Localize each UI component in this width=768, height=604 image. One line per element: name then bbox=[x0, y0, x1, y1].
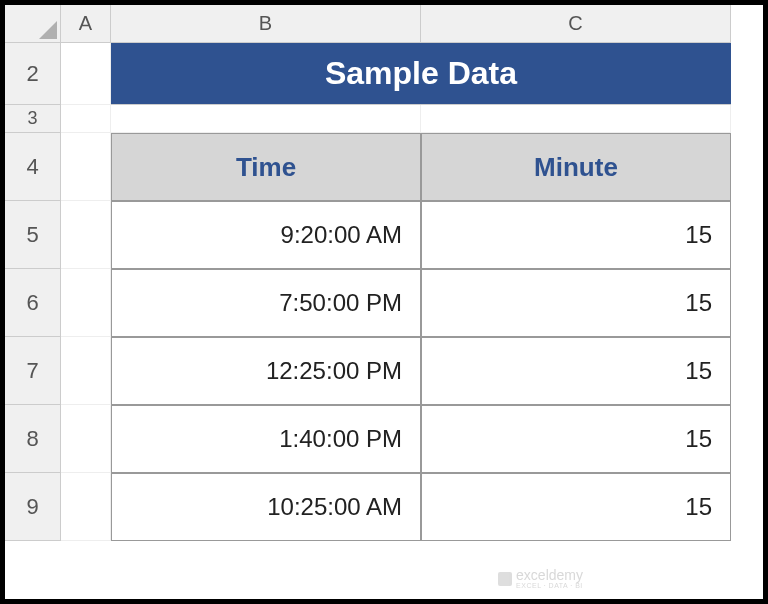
cell-a4[interactable] bbox=[61, 133, 111, 201]
cell-b8[interactable]: 1:40:00 PM bbox=[111, 405, 421, 473]
cell-b3[interactable] bbox=[111, 105, 421, 133]
cell-b9[interactable]: 10:25:00 AM bbox=[111, 473, 421, 541]
cell-c3[interactable] bbox=[421, 105, 731, 133]
cell-b6[interactable]: 7:50:00 PM bbox=[111, 269, 421, 337]
row-header-3[interactable]: 3 bbox=[5, 105, 61, 133]
row-header-8[interactable]: 8 bbox=[5, 405, 61, 473]
title-banner[interactable]: Sample Data bbox=[111, 43, 731, 105]
row-header-4[interactable]: 4 bbox=[5, 133, 61, 201]
cell-c5[interactable]: 15 bbox=[421, 201, 731, 269]
cell-c7[interactable]: 15 bbox=[421, 337, 731, 405]
cell-a3[interactable] bbox=[61, 105, 111, 133]
row-header-7[interactable]: 7 bbox=[5, 337, 61, 405]
cell-c8[interactable]: 15 bbox=[421, 405, 731, 473]
cell-c6[interactable]: 15 bbox=[421, 269, 731, 337]
cell-a5[interactable] bbox=[61, 201, 111, 269]
spreadsheet-grid: A B C 2 Sample Data 3 4 Time Minute 5 9:… bbox=[5, 5, 763, 541]
watermark: exceldemy EXCEL · DATA · BI bbox=[498, 568, 583, 589]
select-all-corner[interactable] bbox=[5, 5, 61, 43]
col-header-c[interactable]: C bbox=[421, 5, 731, 43]
cell-a9[interactable] bbox=[61, 473, 111, 541]
row-header-2[interactable]: 2 bbox=[5, 43, 61, 105]
cell-a2[interactable] bbox=[61, 43, 111, 105]
cell-c9[interactable]: 15 bbox=[421, 473, 731, 541]
cell-a8[interactable] bbox=[61, 405, 111, 473]
cell-a6[interactable] bbox=[61, 269, 111, 337]
col-header-b[interactable]: B bbox=[111, 5, 421, 43]
watermark-brand: exceldemy bbox=[516, 568, 583, 582]
cell-b5[interactable]: 9:20:00 AM bbox=[111, 201, 421, 269]
watermark-tagline: EXCEL · DATA · BI bbox=[516, 582, 583, 589]
col-header-a[interactable]: A bbox=[61, 5, 111, 43]
watermark-icon bbox=[498, 572, 512, 586]
cell-b7[interactable]: 12:25:00 PM bbox=[111, 337, 421, 405]
table-header-time[interactable]: Time bbox=[111, 133, 421, 201]
cell-a7[interactable] bbox=[61, 337, 111, 405]
table-header-minute[interactable]: Minute bbox=[421, 133, 731, 201]
row-header-6[interactable]: 6 bbox=[5, 269, 61, 337]
row-header-9[interactable]: 9 bbox=[5, 473, 61, 541]
row-header-5[interactable]: 5 bbox=[5, 201, 61, 269]
